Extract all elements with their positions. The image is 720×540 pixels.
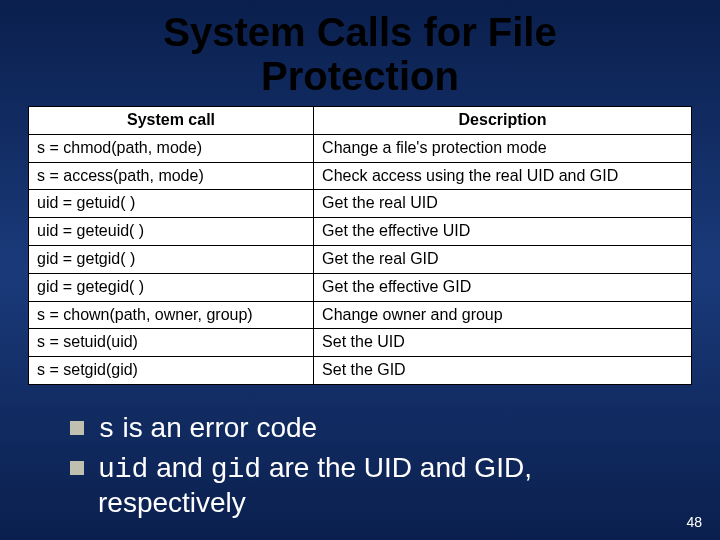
cell-syscall: s = access(path, mode) [29, 162, 314, 190]
syscall-table-wrap: System call Description s = chmod(path, … [28, 106, 692, 385]
cell-description: Change owner and group [314, 301, 692, 329]
cell-syscall: s = chown(path, owner, group) [29, 301, 314, 329]
table-row: s = chown(path, owner, group)Change owne… [29, 301, 692, 329]
cell-syscall: s = setgid(gid) [29, 357, 314, 385]
table-row: uid = geteuid( )Get the effective UID [29, 218, 692, 246]
table-header-row: System call Description [29, 107, 692, 135]
cell-description: Set the GID [314, 357, 692, 385]
cell-description: Get the effective GID [314, 273, 692, 301]
cell-description: Check access using the real UID and GID [314, 162, 692, 190]
table-row: s = setuid(uid)Set the UID [29, 329, 692, 357]
cell-description: Set the UID [314, 329, 692, 357]
cell-description: Get the real GID [314, 245, 692, 273]
code-gid: gid [211, 454, 261, 485]
table-row: s = chmod(path, mode)Change a file's pro… [29, 134, 692, 162]
cell-description: Change a file's protection mode [314, 134, 692, 162]
table-row: s = setgid(gid)Set the GID [29, 357, 692, 385]
list-item: s is an error code [70, 411, 670, 447]
cell-syscall: uid = geteuid( ) [29, 218, 314, 246]
bullet-list: s is an error code uid and gid are the U… [70, 411, 670, 520]
cell-syscall: uid = getuid( ) [29, 190, 314, 218]
bullet-mid: and [148, 452, 210, 483]
col-header-syscall: System call [29, 107, 314, 135]
cell-syscall: gid = getgid( ) [29, 245, 314, 273]
table-row: uid = getuid( )Get the real UID [29, 190, 692, 218]
cell-syscall: s = chmod(path, mode) [29, 134, 314, 162]
bullet-rest: is an error code [115, 412, 317, 443]
col-header-description: Description [314, 107, 692, 135]
code-s: s [98, 414, 115, 445]
cell-syscall: s = setuid(uid) [29, 329, 314, 357]
bullet-text: s is an error code [98, 411, 317, 447]
table-row: gid = getgid( )Get the real GID [29, 245, 692, 273]
code-uid: uid [98, 454, 148, 485]
cell-description: Get the real UID [314, 190, 692, 218]
page-title: System Calls for File Protection [0, 0, 720, 106]
table-row: gid = getegid( )Get the effective GID [29, 273, 692, 301]
list-item: uid and gid are the UID and GID, respect… [70, 451, 670, 520]
cell-syscall: gid = getegid( ) [29, 273, 314, 301]
square-bullet-icon [70, 461, 84, 475]
syscall-table: System call Description s = chmod(path, … [28, 106, 692, 385]
cell-description: Get the effective UID [314, 218, 692, 246]
slide: System Calls for File Protection System … [0, 0, 720, 540]
page-number: 48 [686, 514, 702, 530]
square-bullet-icon [70, 421, 84, 435]
table-row: s = access(path, mode)Check access using… [29, 162, 692, 190]
bullet-text: uid and gid are the UID and GID, respect… [98, 451, 670, 520]
